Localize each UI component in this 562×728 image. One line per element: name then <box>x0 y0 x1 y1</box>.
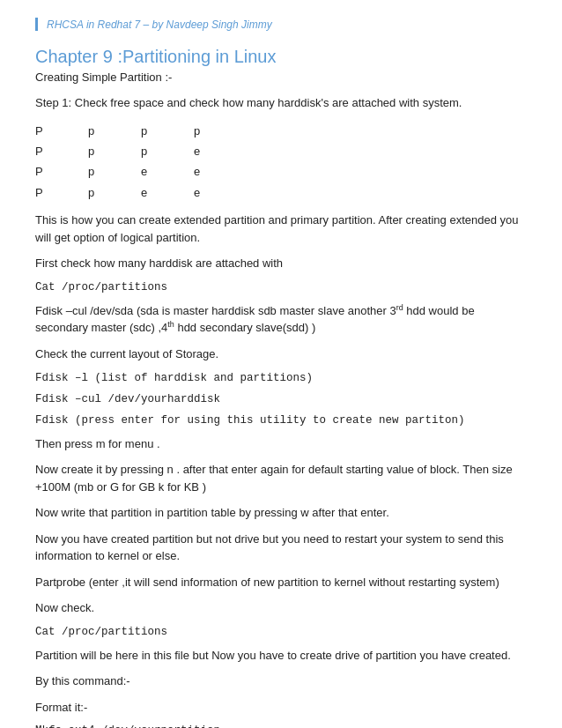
para3: Fdisk –cul /dev/sda (sda is master hardd… <box>35 302 527 338</box>
cmd3: Fdisk –cul /dev/yourharddisk <box>35 393 527 405</box>
subtitle: Creating Simple Partition :- <box>35 71 527 84</box>
cell: P <box>35 141 62 161</box>
para1: This is how you can create extended part… <box>35 212 527 246</box>
cell: e <box>194 141 220 161</box>
cmd5: Cat /proc/partitions <box>35 626 527 638</box>
para3-sup2: th <box>167 320 174 329</box>
para3-prefix: Fdisk –cul /dev/sda (sda is master hardd… <box>35 304 396 317</box>
cmd2: Fdisk –l (list of harddisk and partition… <box>35 372 527 384</box>
cell: e <box>194 182 220 203</box>
cell: p <box>141 121 167 141</box>
cell: P <box>35 182 62 203</box>
para3-suffix: hdd secondary slave(sdd) ) <box>174 322 315 335</box>
cell: p <box>88 182 115 203</box>
para12: By this command:- <box>35 672 527 690</box>
chapter-title: Chapter 9 :Partitioning in Linux <box>35 47 527 67</box>
table-row: P p e e <box>35 182 527 203</box>
step1-text: Step 1: Check free space and check how m… <box>35 94 527 112</box>
para3-sup: rd <box>396 303 403 312</box>
table-row: P p p p <box>35 121 527 141</box>
table-row: P p e e <box>35 161 527 182</box>
cell: p <box>88 161 115 182</box>
cmd4: Fdisk (press enter for using this utilit… <box>35 414 527 427</box>
para10: Now check. <box>35 599 527 617</box>
cell: p <box>194 121 220 141</box>
para11: Partition will be here in this file but … <box>35 647 527 665</box>
cell: P <box>35 161 62 182</box>
para7: Now write that partition in partition ta… <box>35 504 527 522</box>
para2: First check how many harddisk are attach… <box>35 255 527 272</box>
cell: P <box>35 121 62 141</box>
cell: p <box>88 121 115 141</box>
para9: Partprobe (enter ,it will send informati… <box>35 574 527 591</box>
para5: Then press m for menu . <box>35 435 527 453</box>
cell: e <box>141 161 167 182</box>
cmd1: Cat /proc/partitions <box>35 281 527 293</box>
cell: e <box>141 182 167 203</box>
cell: p <box>141 141 167 161</box>
para13: Format it:- <box>35 699 527 717</box>
para8: Now you have created partition but not d… <box>35 531 527 565</box>
para4: Check the current layout of Storage. <box>35 345 527 363</box>
cell: e <box>194 161 220 182</box>
cell: p <box>88 141 115 161</box>
partition-table: P p p p P p p e P p e e P p e e <box>35 121 527 204</box>
top-bar-title: RHCSA in Redhat 7 – by Navdeep Singh Jim… <box>47 19 272 31</box>
cmd6: Mkfs.ext4 /dev/yourpartition <box>35 724 527 728</box>
para6: Now create it by pressing n . after that… <box>35 461 527 495</box>
table-row: P p p e <box>35 141 527 161</box>
top-bar: RHCSA in Redhat 7 – by Navdeep Singh Jim… <box>35 18 527 31</box>
